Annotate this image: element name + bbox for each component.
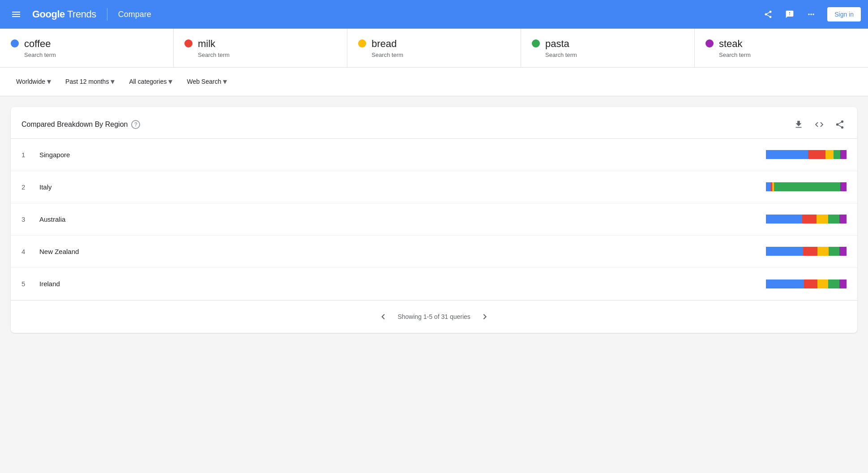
bar-segment — [839, 247, 847, 256]
region-bar — [766, 150, 847, 159]
region-name: Ireland — [39, 280, 766, 288]
help-icon[interactable]: ? — [131, 120, 140, 129]
bar-segment — [817, 247, 829, 256]
bar-segment — [828, 215, 839, 224]
region-bar — [766, 215, 847, 224]
time-chevron: ▾ — [111, 77, 115, 86]
bar-segment — [802, 215, 817, 224]
region-name: Italy — [39, 183, 766, 191]
term-dot-bread — [358, 39, 366, 47]
bar-segment — [834, 150, 840, 159]
term-type-bread: Search term — [372, 52, 403, 58]
bar-segment — [804, 280, 818, 288]
term-type-coffee: Search term — [24, 52, 56, 58]
breakdown-actions — [792, 118, 847, 131]
bar-segment — [840, 150, 847, 159]
main-content: Compared Breakdown By Region ? — [0, 96, 868, 418]
region-rank: 1 — [21, 151, 39, 159]
pagination-prev[interactable] — [376, 310, 390, 324]
bar-segment — [766, 215, 802, 224]
category-chevron: ▾ — [168, 77, 172, 86]
breakdown-card: Compared Breakdown By Region ? — [11, 107, 857, 333]
region-bar — [766, 280, 847, 288]
bar-segment — [766, 182, 771, 191]
term-name-milk: milk — [198, 38, 230, 51]
region-name: Singapore — [39, 151, 766, 159]
table-row: 5Ireland — [11, 268, 857, 300]
region-name: Australia — [39, 215, 766, 223]
region-bar — [766, 247, 847, 256]
menu-icon[interactable] — [7, 5, 25, 23]
bar-segment — [829, 247, 839, 256]
pagination-next[interactable] — [478, 310, 492, 324]
region-rank: 5 — [21, 280, 39, 288]
table-row: 3Australia — [11, 203, 857, 236]
embed-button[interactable] — [812, 118, 826, 131]
table-row: 4New Zealand — [11, 236, 857, 268]
region-rank: 4 — [21, 248, 39, 255]
bar-segment — [817, 280, 828, 288]
term-dot-steak — [706, 39, 714, 47]
search-term-coffee[interactable]: coffeeSearch term — [0, 29, 174, 67]
bar-segment — [817, 215, 828, 224]
header-divider — [107, 8, 107, 21]
page-title: Compare — [118, 10, 151, 19]
location-filter[interactable]: Worldwide ▾ — [11, 73, 56, 90]
bar-segment — [774, 182, 840, 191]
region-table: 1Singapore2Italy3Australia4New Zealand5I… — [11, 139, 857, 300]
search-type-chevron: ▾ — [223, 77, 227, 86]
region-rank: 2 — [21, 183, 39, 191]
term-type-steak: Search term — [719, 52, 751, 58]
bar-segment — [766, 150, 808, 159]
region-name: New Zealand — [39, 248, 766, 255]
table-row: 1Singapore — [11, 139, 857, 171]
location-chevron: ▾ — [47, 77, 51, 86]
download-button[interactable] — [792, 118, 805, 131]
category-filter[interactable]: All categories ▾ — [124, 73, 178, 90]
search-term-bread[interactable]: breadSearch term — [347, 29, 521, 67]
bar-segment — [808, 150, 826, 159]
app-header: Google Trends Compare Sign in — [0, 0, 868, 29]
search-type-filter[interactable]: Web Search ▾ — [181, 73, 232, 90]
term-name-coffee: coffee — [24, 38, 56, 51]
term-name-bread: bread — [372, 38, 403, 51]
region-rank: 3 — [21, 215, 39, 223]
bar-segment — [840, 182, 847, 191]
search-terms-bar: coffeeSearch termmilkSearch termbreadSea… — [0, 29, 868, 68]
apps-icon[interactable] — [802, 5, 820, 23]
term-dot-milk — [184, 39, 192, 47]
bar-segment — [839, 215, 847, 224]
feedback-icon[interactable] — [781, 5, 799, 23]
share-breakdown-button[interactable] — [833, 118, 847, 131]
filters-bar: Worldwide ▾ Past 12 months ▾ All categor… — [0, 68, 868, 96]
sign-in-button[interactable]: Sign in — [827, 7, 861, 22]
term-name-pasta: pasta — [545, 38, 577, 51]
pagination: Showing 1-5 of 31 queries — [11, 300, 857, 333]
bar-segment — [828, 280, 839, 288]
term-type-milk: Search term — [198, 52, 230, 58]
time-filter[interactable]: Past 12 months ▾ — [60, 73, 120, 90]
bar-segment — [825, 150, 834, 159]
search-term-pasta[interactable]: pastaSearch term — [521, 29, 695, 67]
header-actions: Sign in — [759, 5, 861, 23]
table-row: 2Italy — [11, 171, 857, 203]
bar-segment — [803, 247, 817, 256]
breakdown-title: Compared Breakdown By Region — [21, 120, 128, 129]
search-term-steak[interactable]: steakSearch term — [695, 29, 868, 67]
share-icon[interactable] — [759, 5, 777, 23]
pagination-text: Showing 1-5 of 31 queries — [398, 313, 470, 320]
term-type-pasta: Search term — [545, 52, 577, 58]
bar-segment — [766, 247, 803, 256]
search-term-milk[interactable]: milkSearch term — [174, 29, 347, 67]
region-bar — [766, 182, 847, 191]
bar-segment — [766, 280, 804, 288]
breakdown-title-group: Compared Breakdown By Region ? — [21, 120, 140, 129]
term-dot-coffee — [11, 39, 19, 47]
breakdown-header: Compared Breakdown By Region ? — [11, 107, 857, 139]
app-logo: Google Trends — [32, 9, 96, 20]
bar-segment — [839, 280, 847, 288]
term-dot-pasta — [532, 39, 540, 47]
term-name-steak: steak — [719, 38, 751, 51]
